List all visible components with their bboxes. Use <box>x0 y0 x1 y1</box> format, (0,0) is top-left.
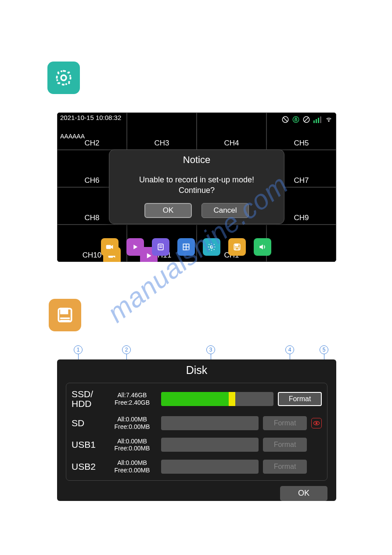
ok-button[interactable]: OK <box>144 203 192 218</box>
svg-rect-8 <box>313 120 315 123</box>
toolbar-row <box>101 238 271 256</box>
disk-usage-bar <box>161 392 273 406</box>
channel-label: CH7 <box>294 176 309 185</box>
disk-row-usb1: USB1 All:0.00MB Free:0.00MB Format <box>66 434 327 456</box>
notice-title: Notice <box>183 154 210 166</box>
camera-icon[interactable] <box>101 238 119 256</box>
channel-label: CH2 <box>84 139 99 148</box>
svg-point-21 <box>210 246 213 248</box>
svg-line-7 <box>305 118 309 122</box>
channel-label: CH6 <box>84 176 99 185</box>
notice-dialog: Notice Unable to record in set-up mode! … <box>109 149 284 224</box>
channel-label: CH9 <box>294 214 309 222</box>
channel-cell-ch3[interactable]: CH3 <box>127 112 197 150</box>
disk-panel: Disk SSD/HDD All:7.46GB Free:2.40GB Form… <box>57 359 336 501</box>
channel-grid-screenshot: 2021-10-15 10:08:32 AAAAAA CH2 CH3 CH4 C… <box>57 112 336 262</box>
save-icon[interactable] <box>228 238 246 256</box>
usage-yellow <box>229 392 235 406</box>
disk-name: USB1 <box>72 440 103 450</box>
callout-1: 1 <box>74 345 83 354</box>
save-icon <box>55 305 75 325</box>
disk-row-ssdhdd: SSD/HDD All:7.46GB Free:2.40GB Format <box>66 386 327 412</box>
signal-icon <box>313 116 322 123</box>
gear-icon[interactable] <box>203 238 220 256</box>
usage-green <box>161 392 229 406</box>
lock-icon <box>292 116 300 123</box>
no-sync-icon <box>302 116 310 123</box>
timestamp: 2021-10-15 10:08:32 <box>60 114 121 121</box>
status-icon-group <box>281 116 333 123</box>
save-icon-tile <box>49 299 81 331</box>
svg-rect-9 <box>316 119 317 123</box>
disk-title: Disk <box>66 364 327 377</box>
svg-rect-24 <box>235 248 239 250</box>
channel-label: CH3 <box>154 139 169 148</box>
disk-stats: All:0.00MB Free:0.00MB <box>108 438 157 453</box>
svg-point-30 <box>316 422 317 424</box>
grid-icon[interactable] <box>177 238 195 256</box>
svg-point-0 <box>61 75 66 80</box>
callout-4: 4 <box>285 345 294 354</box>
disk-rows: SSD/HDD All:7.46GB Free:2.40GB Format SD… <box>66 383 327 481</box>
channel-label: CH5 <box>294 139 309 148</box>
disk-usage-bar <box>161 416 259 430</box>
svg-line-3 <box>284 118 288 122</box>
disk-name: SSD/HDD <box>72 389 103 409</box>
svg-rect-26 <box>61 308 68 313</box>
prohibit-icon <box>281 116 289 123</box>
format-button[interactable]: Format <box>263 460 307 474</box>
svg-rect-5 <box>295 119 297 121</box>
svg-rect-23 <box>235 244 238 246</box>
svg-point-12 <box>328 120 329 121</box>
disk-row-usb2: USB2 All:0.00MB Free:0.00MB Format <box>66 456 327 478</box>
format-button[interactable]: Format <box>263 438 307 452</box>
callout-5: 5 <box>320 345 328 354</box>
channel-cell-ch5[interactable]: CH5 <box>266 112 336 150</box>
svg-rect-14 <box>106 245 111 249</box>
note-icon[interactable] <box>152 238 169 256</box>
format-button[interactable]: Format <box>278 392 322 406</box>
channel-label: CH10 <box>83 251 101 260</box>
disk-stats: All:0.00MB Free:0.00MB <box>108 416 157 431</box>
notice-message: Unable to record in set-up mode! Continu… <box>139 174 254 196</box>
sound-icon[interactable] <box>254 238 271 256</box>
settings-icon-tile <box>47 62 80 94</box>
disk-name: SD <box>72 418 103 428</box>
disk-stats: All:0.00MB Free:0.00MB <box>108 459 157 474</box>
disk-usage-bar <box>161 460 259 474</box>
channel-cell-ch2[interactable]: 2021-10-15 10:08:32 AAAAAA CH2 <box>57 112 127 150</box>
callout-3: 3 <box>206 345 215 354</box>
disk-usage-bar <box>161 438 259 452</box>
callout-row: 1 2 3 4 5 <box>57 345 336 355</box>
svg-point-1 <box>57 71 70 84</box>
svg-rect-11 <box>320 116 321 123</box>
channel-label: CH4 <box>224 139 239 148</box>
disk-name: USB2 <box>72 462 103 472</box>
disk-stats: All:7.46GB Free:2.40GB <box>108 392 157 406</box>
wifi-icon <box>324 116 333 123</box>
channel-cell-ch4[interactable]: CH4 <box>197 112 266 150</box>
ok-button[interactable]: OK <box>280 486 327 501</box>
format-button[interactable]: Format <box>263 416 307 430</box>
disk-row-sd: SD All:0.00MB Free:0.00MB Format <box>66 412 327 434</box>
channel-label: CH8 <box>84 214 99 222</box>
warning-icon <box>311 418 322 428</box>
play-icon[interactable] <box>126 238 144 256</box>
channel-cell-blank[interactable] <box>266 225 336 262</box>
camera-name: AAAAAA <box>60 133 85 140</box>
cancel-button[interactable]: Cancel <box>201 203 249 218</box>
gear-icon <box>54 68 73 87</box>
callout-2: 2 <box>122 345 131 354</box>
svg-rect-10 <box>318 118 319 123</box>
